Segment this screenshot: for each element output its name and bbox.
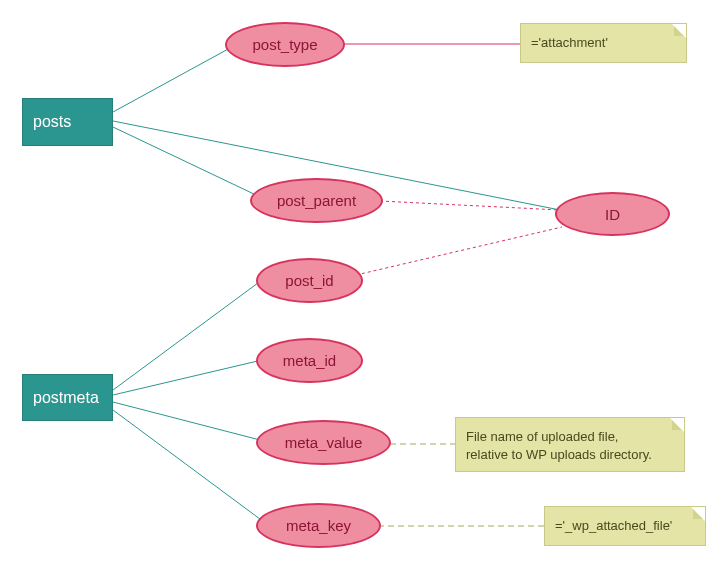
note-attachment: ='attachment' bbox=[520, 23, 687, 63]
svg-line-5 bbox=[113, 402, 260, 440]
note-filename: File name of uploaded file, relative to … bbox=[455, 417, 685, 472]
attribute-post-id: post_id bbox=[256, 258, 363, 303]
svg-line-6 bbox=[113, 410, 268, 525]
svg-line-1 bbox=[113, 127, 256, 195]
attribute-meta-key: meta_key bbox=[256, 503, 381, 548]
note-wp-attached: ='_wp_attached_file' bbox=[544, 506, 706, 546]
svg-line-3 bbox=[113, 280, 262, 390]
attribute-post-type: post_type bbox=[225, 22, 345, 67]
attribute-id-label: ID bbox=[605, 206, 620, 223]
note-filename-text: File name of uploaded file, relative to … bbox=[466, 429, 652, 462]
attribute-id: ID bbox=[555, 192, 670, 236]
svg-line-0 bbox=[113, 48, 230, 112]
attribute-meta-id: meta_id bbox=[256, 338, 363, 383]
note-wp-attached-text: ='_wp_attached_file' bbox=[555, 518, 672, 533]
attribute-post-id-label: post_id bbox=[285, 272, 333, 289]
entity-posts-label: posts bbox=[33, 113, 71, 131]
svg-line-9 bbox=[356, 227, 562, 275]
attribute-meta-key-label: meta_key bbox=[286, 517, 351, 534]
attribute-meta-value: meta_value bbox=[256, 420, 391, 465]
attribute-post-type-label: post_type bbox=[252, 36, 317, 53]
diagram-connectors bbox=[0, 0, 728, 587]
attribute-meta-value-label: meta_value bbox=[285, 434, 363, 451]
entity-posts: posts bbox=[22, 98, 113, 146]
svg-line-8 bbox=[380, 201, 560, 210]
entity-postmeta: postmeta bbox=[22, 374, 113, 421]
note-attachment-text: ='attachment' bbox=[531, 35, 608, 50]
attribute-meta-id-label: meta_id bbox=[283, 352, 336, 369]
attribute-post-parent-label: post_parent bbox=[277, 192, 356, 209]
svg-line-4 bbox=[113, 360, 262, 395]
entity-postmeta-label: postmeta bbox=[33, 389, 99, 407]
attribute-post-parent: post_parent bbox=[250, 178, 383, 223]
